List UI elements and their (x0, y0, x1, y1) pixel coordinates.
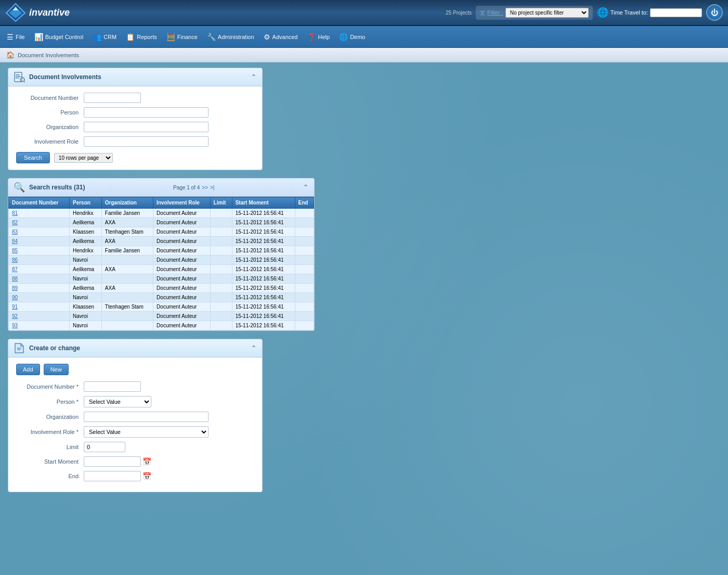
doc-num-link[interactable]: 92 (12, 313, 18, 319)
person-row: Person (16, 107, 254, 118)
create-involvement-role-label: Involvement Role * (16, 429, 84, 435)
last-page-button[interactable]: >| (210, 185, 214, 190)
doc-num-link[interactable]: 93 (12, 323, 18, 328)
cell-end (295, 302, 314, 312)
doc-number-input[interactable] (84, 93, 141, 103)
filter-label[interactable]: Filter : (487, 9, 503, 16)
involvement-role-input[interactable] (84, 136, 209, 147)
time-travel-input[interactable] (650, 8, 702, 17)
cell-end (295, 218, 314, 227)
search-button[interactable]: Search (16, 152, 50, 163)
table-row: 82 Aeilkema AXA Document Auteur 15-11-20… (9, 218, 314, 227)
involvement-role-label: Involvement Role (16, 138, 84, 145)
sidebar-item-help[interactable]: ❓ Help (303, 31, 334, 43)
doc-num-link[interactable]: 86 (12, 257, 18, 263)
start-moment-calendar-icon[interactable]: 📅 (142, 457, 151, 466)
sidebar-item-advanced[interactable]: ⚙ Advanced (259, 31, 302, 43)
search-panel-collapse-icon[interactable]: ⌃ (251, 73, 257, 81)
doc-num-link[interactable]: 88 (12, 276, 18, 282)
sidebar-item-reports[interactable]: 📋 Reports (122, 31, 161, 43)
time-travel-area: 🌐 Time Travel to: (597, 7, 702, 18)
rows-per-page-select[interactable]: 10 rows per page 25 rows per page 50 row… (54, 153, 113, 163)
col-organization: Organization (101, 197, 153, 209)
search-panel-header[interactable]: Document Involvements ⌃ (8, 68, 262, 86)
sidebar-item-finance[interactable]: 🧮 Finance (162, 31, 202, 43)
table-row: 83 Klaassen Ttenhagen Stam Document Aute… (9, 227, 314, 237)
top-bar: invantive 25 Projects ⧖ Filter : No proj… (0, 0, 728, 26)
sidebar-item-demo[interactable]: 🌐 Demo (335, 31, 369, 43)
cell-person: Klaassen (70, 227, 102, 237)
cell-start: 15-11-2012 16:56:41 (232, 321, 295, 330)
doc-num-link[interactable]: 82 (12, 220, 18, 225)
filter-select[interactable]: No project specific filter (505, 8, 589, 18)
end-calendar-icon[interactable]: 📅 (142, 472, 151, 480)
cell-doc-num: 85 (9, 246, 70, 255)
globe-icon: 🌐 (597, 7, 608, 18)
create-person-select[interactable]: Select Value (84, 396, 151, 407)
doc-num-link[interactable]: 83 (12, 229, 18, 235)
results-table-wrapper: Document Number Person Organization Invo… (8, 197, 314, 330)
cell-end (295, 227, 314, 237)
cell-limit (210, 293, 232, 302)
cell-role: Document Auteur (153, 218, 210, 227)
organization-label: Organization (16, 124, 84, 130)
col-limit: Limit (210, 197, 232, 209)
create-doc-number-label: Document Number * (16, 384, 84, 390)
file-icon: ☰ (7, 33, 14, 41)
doc-num-link[interactable]: 90 (12, 295, 18, 300)
create-person-label: Person * (16, 399, 84, 405)
create-start-moment-input[interactable] (84, 456, 141, 467)
create-end-input[interactable] (84, 471, 141, 481)
doc-number-row: Document Number (16, 93, 254, 103)
results-table-body: 81 Hendrikx Familie Jansen Document Aute… (9, 209, 314, 330)
doc-num-link[interactable]: 91 (12, 304, 18, 310)
cell-end (295, 237, 314, 246)
doc-num-link[interactable]: 85 (12, 248, 18, 253)
create-doc-number-input[interactable] (84, 381, 141, 392)
doc-num-link[interactable]: 81 (12, 210, 18, 216)
create-panel-collapse-icon[interactable]: ⌃ (251, 344, 257, 352)
cell-organization: AXA (101, 265, 153, 274)
doc-num-link[interactable]: 89 (12, 285, 18, 291)
cell-organization (101, 312, 153, 321)
cell-end (295, 312, 314, 321)
admin-icon: 🔧 (207, 33, 216, 41)
create-involvement-role-select[interactable]: Select Value (84, 426, 209, 438)
create-panel-header[interactable]: Create or change ⌃ (8, 339, 262, 357)
create-panel-body: Add New Document Number * Person * Selec… (8, 357, 262, 492)
page-info: Page 1 of 4 (173, 185, 200, 190)
advanced-icon: ⚙ (264, 33, 270, 41)
create-limit-input[interactable] (84, 442, 125, 452)
sidebar-item-crm[interactable]: 👥 CRM (88, 31, 121, 43)
cell-limit (210, 237, 232, 246)
cell-limit (210, 255, 232, 265)
cell-organization (101, 321, 153, 330)
cell-start: 15-11-2012 16:56:41 (232, 274, 295, 284)
next-page-button[interactable]: >> (202, 185, 208, 190)
cell-end (295, 255, 314, 265)
add-button[interactable]: Add (16, 364, 40, 375)
create-organization-input[interactable] (84, 412, 209, 422)
cell-role: Document Auteur (153, 321, 210, 330)
table-row: 81 Hendrikx Familie Jansen Document Aute… (9, 209, 314, 218)
person-input[interactable] (84, 107, 209, 118)
cell-doc-num: 89 (9, 284, 70, 293)
doc-num-link[interactable]: 84 (12, 238, 18, 244)
results-panel-header[interactable]: 🔍 Search results (31) Page 1 of 4 >> >| … (8, 178, 314, 197)
sidebar-item-budget-control[interactable]: 📊 Budget Control (30, 31, 87, 43)
cell-role: Document Auteur (153, 246, 210, 255)
doc-num-link[interactable]: 87 (12, 266, 18, 272)
cell-end (295, 265, 314, 274)
cell-person: Hendrikx (70, 209, 102, 218)
table-row: 89 Aeilkema AXA Document Auteur 15-11-20… (9, 284, 314, 293)
cell-end (295, 209, 314, 218)
svg-rect-3 (16, 78, 19, 79)
cell-role: Document Auteur (153, 274, 210, 284)
sidebar-item-file[interactable]: ☰ File (3, 31, 29, 43)
results-panel-collapse-icon[interactable]: ⌃ (303, 183, 309, 191)
sidebar-item-administration[interactable]: 🔧 Administration (203, 31, 258, 43)
organization-input[interactable] (84, 122, 209, 132)
cell-role: Document Auteur (153, 284, 210, 293)
power-button[interactable]: ⏻ (706, 4, 723, 21)
new-button[interactable]: New (44, 364, 69, 375)
